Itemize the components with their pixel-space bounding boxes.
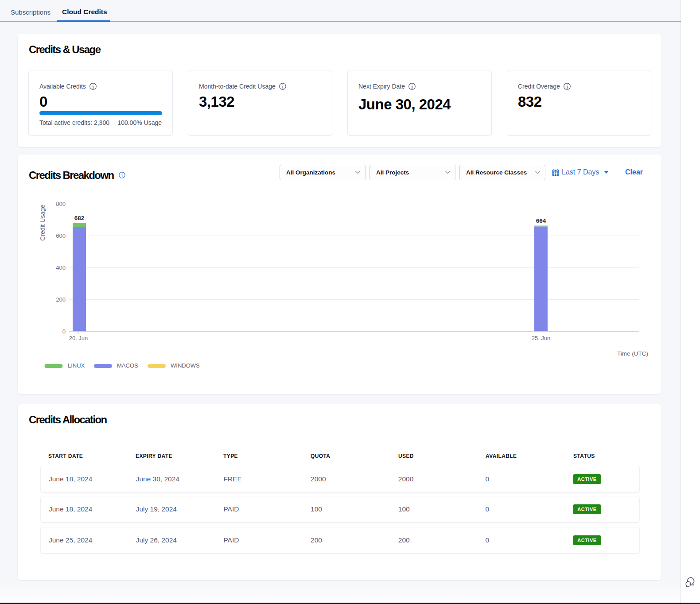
- svg-text:682: 682: [74, 215, 85, 221]
- svg-text:600: 600: [56, 232, 66, 239]
- svg-text:0: 0: [62, 328, 66, 335]
- svg-text:25. Jun: 25. Jun: [532, 335, 551, 341]
- svg-text:Time (UTC): Time (UTC): [617, 350, 648, 357]
- svg-text:800: 800: [56, 201, 66, 207]
- svg-text:200: 200: [56, 296, 66, 303]
- svg-text:400: 400: [56, 264, 66, 271]
- svg-text:LINUX: LINUX: [68, 362, 85, 369]
- svg-text:Credit Usage: Credit Usage: [39, 205, 46, 241]
- svg-text:MACOS: MACOS: [117, 362, 138, 369]
- svg-text:20. Jun: 20. Jun: [69, 335, 88, 341]
- svg-text:664: 664: [536, 217, 546, 224]
- svg-text:WINDOWS: WINDOWS: [171, 362, 200, 369]
